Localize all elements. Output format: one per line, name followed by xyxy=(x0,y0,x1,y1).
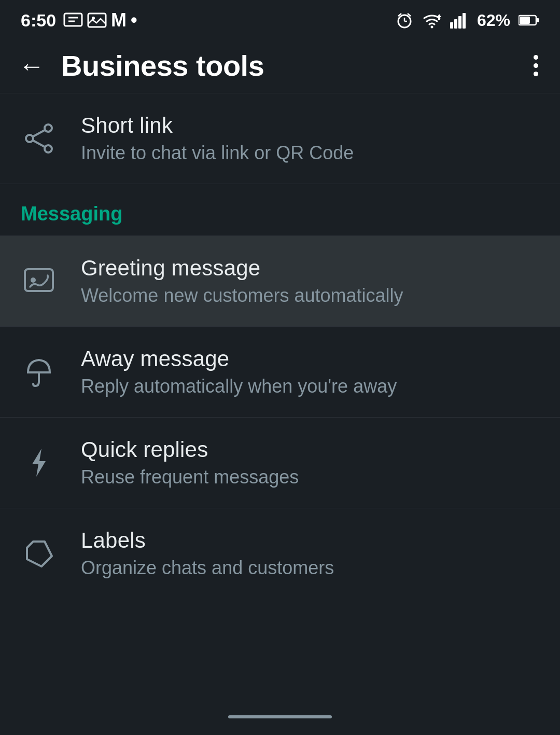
greeting-icon xyxy=(21,263,57,299)
away-icon xyxy=(21,354,57,390)
status-bar: 6:50 M • xyxy=(0,0,560,38)
dot1 xyxy=(534,55,538,60)
svg-line-22 xyxy=(33,130,45,136)
labels-subtitle: Organize chats and customers xyxy=(81,557,334,579)
dot3 xyxy=(534,72,538,76)
svg-marker-27 xyxy=(32,449,46,477)
svg-point-10 xyxy=(430,26,433,29)
labels-text: Labels Organize chats and customers xyxy=(81,528,334,579)
app-bar-left: ← Business tools xyxy=(19,49,264,82)
short-link-title: Short link xyxy=(81,113,354,138)
short-link-item[interactable]: Short link Invite to chat via link or QR… xyxy=(0,93,560,184)
bottom-nav-indicator xyxy=(228,715,332,718)
greeting-message-title: Greeting message xyxy=(81,256,403,281)
back-button[interactable]: ← xyxy=(19,53,45,79)
share-icon xyxy=(21,120,57,157)
status-right-icons: 62% xyxy=(395,11,539,30)
dot2 xyxy=(534,63,538,68)
svg-point-19 xyxy=(45,124,52,132)
status-icons: M • xyxy=(63,9,137,31)
svg-rect-13 xyxy=(454,19,457,29)
time-display: 6:50 xyxy=(21,10,56,31)
gmail-icon: M xyxy=(111,9,127,31)
short-link-text: Short link Invite to chat via link or QR… xyxy=(81,113,354,164)
short-link-subtitle: Invite to chat via link or QR Code xyxy=(81,142,354,164)
away-message-item[interactable]: Away message Reply automatically when yo… xyxy=(0,327,560,417)
away-message-title: Away message xyxy=(81,346,397,371)
svg-point-21 xyxy=(45,145,52,152)
svg-rect-24 xyxy=(25,269,53,291)
messaging-section-header: Messaging xyxy=(0,184,560,235)
svg-marker-11 xyxy=(437,14,441,20)
quick-replies-item[interactable]: Quick replies Reuse frequent messages xyxy=(0,418,560,508)
svg-rect-14 xyxy=(458,16,461,29)
quick-replies-title: Quick replies xyxy=(81,437,299,462)
labels-item[interactable]: Labels Organize chats and customers xyxy=(0,508,560,599)
svg-rect-12 xyxy=(450,22,453,29)
labels-title: Labels xyxy=(81,528,334,553)
messaging-section-title: Messaging xyxy=(21,203,122,225)
svg-rect-15 xyxy=(463,13,466,29)
svg-point-20 xyxy=(26,135,33,142)
svg-rect-0 xyxy=(64,13,82,26)
svg-rect-17 xyxy=(537,18,539,22)
away-message-subtitle: Reply automatically when you're away xyxy=(81,376,397,397)
dot-indicator: • xyxy=(131,9,137,31)
bottom-nav xyxy=(0,699,560,735)
labels-icon xyxy=(21,535,57,572)
quick-replies-subtitle: Reuse frequent messages xyxy=(81,466,299,488)
page-title: Business tools xyxy=(61,49,264,82)
greeting-message-text: Greeting message Welcome new customers a… xyxy=(81,256,403,307)
svg-rect-3 xyxy=(88,13,106,27)
more-options-button[interactable] xyxy=(530,50,541,81)
status-time: 6:50 M • xyxy=(21,9,137,31)
greeting-message-subtitle: Welcome new customers automatically xyxy=(81,285,403,307)
battery-display: 62% xyxy=(477,11,510,30)
svg-point-25 xyxy=(31,278,36,283)
app-bar: ← Business tools xyxy=(0,38,560,93)
svg-rect-18 xyxy=(520,17,530,24)
greeting-message-item[interactable]: Greeting message Welcome new customers a… xyxy=(0,236,560,326)
svg-line-23 xyxy=(33,141,45,147)
quick-replies-text: Quick replies Reuse frequent messages xyxy=(81,437,299,488)
quick-replies-icon xyxy=(21,445,57,481)
away-message-text: Away message Reply automatically when yo… xyxy=(81,346,397,397)
